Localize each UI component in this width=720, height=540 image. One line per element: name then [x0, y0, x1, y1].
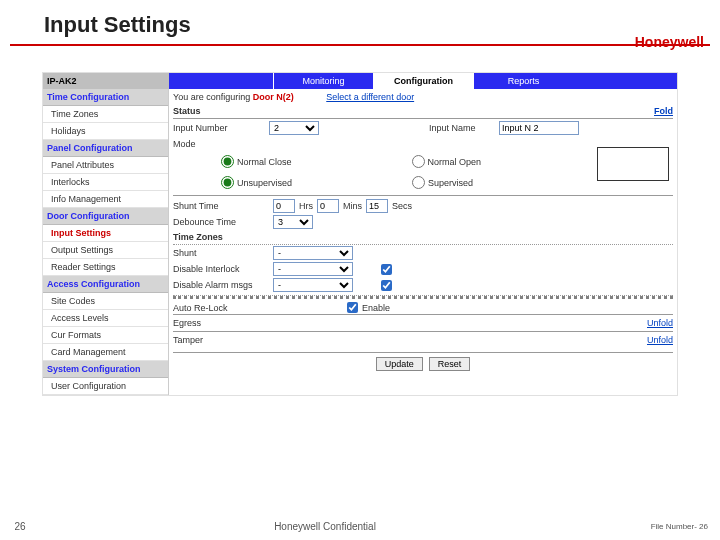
sidebar-item-user-configuration[interactable]: User Configuration — [43, 378, 168, 395]
hrs-label: Hrs — [299, 201, 313, 211]
tamper-heading: Tamper — [173, 335, 203, 345]
title-rule — [10, 44, 710, 46]
brand-logo: Honeywell — [635, 34, 704, 50]
tz-shunt-label: Shunt — [173, 248, 269, 258]
sidebar-item-timezones[interactable]: Time Zones — [43, 106, 168, 123]
input-name-field[interactable] — [499, 121, 579, 135]
secs-label: Secs — [392, 201, 412, 211]
file-number: File Number- 26 — [610, 522, 720, 531]
timezones-heading: Time Zones — [173, 232, 223, 242]
mode-unsupervised-radio[interactable]: Unsupervised — [221, 176, 292, 189]
tab-reports[interactable]: Reports — [473, 73, 573, 89]
side-group-panel: Panel Configuration — [43, 140, 168, 157]
side-group-access: Access Configuration — [43, 276, 168, 293]
configuring-prefix: You are configuring — [173, 92, 253, 102]
sidebar-item-site-codes[interactable]: Site Codes — [43, 293, 168, 310]
select-different-door-link[interactable]: Select a different door — [326, 92, 414, 102]
app-frame: IP-AK2 Monitoring Configuration Reports … — [42, 72, 678, 396]
shunt-time-label: Shunt Time — [173, 201, 269, 211]
device-label: IP-AK2 — [43, 73, 169, 89]
input-name-label: Input Name — [429, 123, 499, 133]
sidebar-item-access-levels[interactable]: Access Levels — [43, 310, 168, 327]
mode-normal-open-radio[interactable]: Normal Open — [412, 155, 482, 168]
input-number-select[interactable]: 2 — [269, 121, 319, 135]
tz-disable-alarm-checkbox[interactable] — [381, 280, 392, 291]
sidebar-item-holidays[interactable]: Holidays — [43, 123, 168, 140]
sidebar-item-input-settings[interactable]: Input Settings — [43, 225, 168, 242]
tz-disable-interlock-select[interactable]: - — [273, 262, 353, 276]
sidebar-item-cur-formats[interactable]: Cur Formats — [43, 327, 168, 344]
sidebar-item-output-settings[interactable]: Output Settings — [43, 242, 168, 259]
shunt-hours-field[interactable] — [273, 199, 295, 213]
enable-label: Enable — [362, 303, 390, 313]
shunt-mins-field[interactable] — [317, 199, 339, 213]
tz-disable-alarm-label: Disable Alarm msgs — [173, 280, 269, 290]
tz-disable-interlock-checkbox[interactable] — [381, 264, 392, 275]
status-heading: Status — [173, 106, 201, 116]
sidebar-item-interlocks[interactable]: Interlocks — [43, 174, 168, 191]
debounce-label: Debounce Time — [173, 217, 269, 227]
side-group-time: Time Configuration — [43, 89, 168, 106]
slide-title: Input Settings — [0, 0, 720, 44]
side-group-door: Door Configuration — [43, 208, 168, 225]
side-group-system: System Configuration — [43, 361, 168, 378]
sidebar-item-card-management[interactable]: Card Management — [43, 344, 168, 361]
debounce-select[interactable]: 3 — [273, 215, 313, 229]
tamper-unfold-link[interactable]: Unfold — [647, 335, 673, 345]
configuring-line: You are configuring Door N(2) Select a d… — [173, 90, 673, 104]
mode-supervised-radio[interactable]: Supervised — [412, 176, 473, 189]
tz-disable-alarm-select[interactable]: - — [273, 278, 353, 292]
mode-label: Mode — [173, 139, 269, 149]
page-number: 26 — [0, 521, 40, 532]
sidebar-item-panel-attributes[interactable]: Panel Attributes — [43, 157, 168, 174]
sidebar-item-info-management[interactable]: Info Management — [43, 191, 168, 208]
main-panel: You are configuring Door N(2) Select a d… — [169, 89, 677, 395]
shunt-secs-field[interactable] — [366, 199, 388, 213]
egress-heading: Egress — [173, 318, 201, 328]
tab-bar: IP-AK2 Monitoring Configuration Reports — [43, 73, 677, 89]
auto-relock-label: Auto Re-Lock — [173, 303, 269, 313]
tz-shunt-select[interactable]: - — [273, 246, 353, 260]
tab-monitoring[interactable]: Monitoring — [273, 73, 373, 89]
update-button[interactable]: Update — [376, 357, 423, 371]
mode-normal-close-radio[interactable]: Normal Close — [221, 155, 292, 168]
confidential-label: Honeywell Confidential — [40, 521, 610, 532]
reset-button[interactable]: Reset — [429, 357, 471, 371]
tz-disable-interlock-label: Disable Interlock — [173, 264, 269, 274]
fold-link[interactable]: Fold — [654, 106, 673, 116]
sidebar-item-reader-settings[interactable]: Reader Settings — [43, 259, 168, 276]
mins-label: Mins — [343, 201, 362, 211]
slide-footer: 26 Honeywell Confidential File Number- 2… — [0, 521, 720, 532]
input-number-label: Input Number — [173, 123, 269, 133]
configuring-door: Door N(2) — [253, 92, 294, 102]
auto-relock-checkbox[interactable] — [347, 302, 358, 313]
sidebar: Time Configuration Time Zones Holidays P… — [43, 89, 169, 395]
wiring-diagram-icon — [597, 147, 669, 181]
tab-configuration[interactable]: Configuration — [373, 73, 473, 89]
egress-unfold-link[interactable]: Unfold — [647, 318, 673, 328]
